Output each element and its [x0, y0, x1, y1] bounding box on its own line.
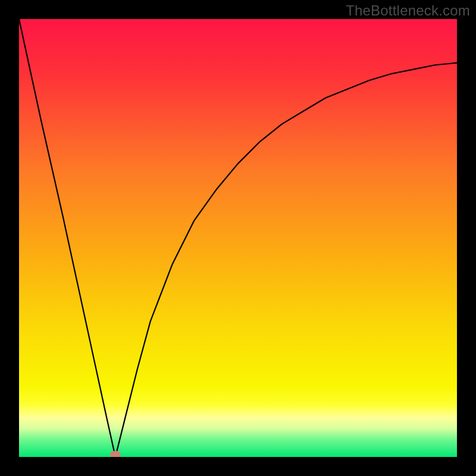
plot-background — [19, 19, 457, 457]
chart-frame: TheBottleneck.com — [0, 0, 476, 476]
watermark-text: TheBottleneck.com — [346, 2, 470, 19]
bottleneck-plot — [19, 19, 457, 457]
